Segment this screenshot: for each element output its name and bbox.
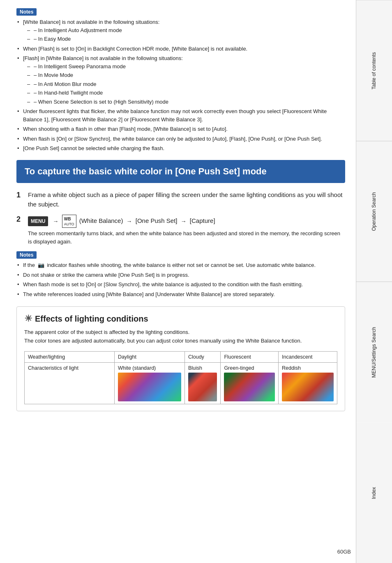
list-item: [One Push Set] cannot be selected while … — [16, 144, 345, 153]
blue-heading: To capture the basic white color in [One… — [16, 160, 345, 183]
sub-list-1: – In Intelligent Auto Adjustment mode – … — [27, 26, 345, 43]
sidebar-tab-label: Index — [371, 487, 378, 499]
notes-label-2: Notes — [16, 251, 37, 259]
camera-icon: 📷 — [38, 262, 44, 268]
step-text: Frame a white object such as a piece of … — [28, 190, 345, 209]
sub-list-2: – In Intelligent Sweep Panorama mode – I… — [27, 63, 345, 106]
table-header: Incandescent — [279, 351, 337, 362]
list-item: – In Hand-held Twilight mode — [27, 89, 345, 97]
arrow-icon: → — [181, 218, 187, 225]
wb-text: (White Balance) — [79, 217, 123, 224]
main-content: Notes [White Balance] is not available i… — [12, 0, 349, 419]
cloudy-image — [188, 373, 217, 401]
arrow-icon: → — [127, 218, 132, 225]
list-item: The white references loaded using [White… — [16, 290, 345, 299]
sidebar-tab-label: MENU/Settings Search — [371, 327, 378, 378]
list-item: – When Scene Selection is set to (High S… — [27, 98, 345, 106]
list-item: When flash is [On] or [Slow Synchro], th… — [16, 135, 345, 143]
step-sub-text: The screen momentarily turns black, and … — [28, 229, 345, 246]
sidebar-item-menu-settings-search[interactable]: MENU/Settings Search — [356, 282, 392, 423]
sun-icon: ☀ — [24, 313, 32, 324]
step-1: 1 Frame a white object such as a piece o… — [16, 190, 345, 209]
effects-section: ☀ Effects of lighting conditions The app… — [16, 306, 345, 411]
list-item: – In Intelligent Auto Adjustment mode — [27, 26, 345, 35]
list-item: [Flash] in [White Balance] is not availa… — [16, 54, 345, 106]
sidebar-tab-label: Table of contents — [371, 52, 378, 89]
sidebar-item-table-of-contents[interactable]: Table of contents — [356, 0, 392, 141]
list-item: – In Easy Mode — [27, 35, 345, 43]
notes1-list: [White Balance] is not available in the … — [16, 18, 345, 153]
wb-badge: WBAUTO — [62, 215, 76, 228]
table-header: Fluorescent — [221, 351, 279, 362]
arrow-icon: → — [53, 218, 59, 225]
table-cell: White (standard) — [114, 362, 184, 404]
step-2: 2 MENU → WBAUTO (White Balance) → [One P… — [16, 215, 345, 246]
daylight-image — [118, 373, 181, 401]
list-item: – In Intelligent Sweep Panorama mode — [27, 63, 345, 71]
table-header: Cloudy — [184, 351, 220, 362]
list-item: When [Flash] is set to [On] in Backlight… — [16, 45, 345, 53]
list-item: When shooting with a flash in other than… — [16, 125, 345, 133]
table-header: Weather/lighting — [25, 351, 115, 362]
table-cell: Green-tinged — [221, 362, 279, 404]
table-row: Characteristics of light White (standard… — [25, 362, 337, 404]
menu-badge: MENU — [28, 216, 48, 226]
step-text: MENU → WBAUTO (White Balance) → [One Pus… — [28, 215, 345, 246]
lighting-table: Weather/lighting Daylight Cloudy Fluores… — [24, 351, 337, 404]
sidebar-tabs: Table of contents Operation Search MENU/… — [356, 0, 392, 563]
list-item: When flash mode is set to [On] or [Slow … — [16, 280, 345, 289]
list-item: Do not shake or strike the camera while … — [16, 271, 345, 279]
list-item: If the 📷 indicator flashes while shootin… — [16, 261, 345, 269]
notes2-item0-prefix: If the — [23, 262, 35, 268]
list-item: – In Movie Mode — [27, 71, 345, 79]
notes-label-1: Notes — [16, 8, 37, 16]
list-item: [White Balance] is not available in the … — [16, 18, 345, 43]
effects-title-text: Effects of lighting conditions — [35, 314, 148, 324]
effects-desc: The apparent color of the subject is aff… — [24, 328, 337, 345]
list-item: Under fluorescent lights that flicker, t… — [16, 107, 345, 123]
fluorescent-image — [224, 373, 275, 401]
list-item: – In Anti Motion Blur mode — [27, 80, 345, 88]
capture-text: [Capture] — [190, 217, 215, 224]
table-header: Daylight — [114, 351, 184, 362]
sidebar-item-index[interactable]: Index — [356, 423, 392, 563]
table-cell: Bluish — [184, 362, 220, 404]
notes2-item0-suffix: indicator flashes while shooting, the wh… — [47, 262, 316, 268]
one-push-set-text: [One Push Set] — [136, 217, 178, 224]
step-number: 1 — [16, 191, 28, 199]
step-number: 2 — [16, 215, 28, 224]
page-number: 60GB — [337, 549, 351, 555]
sidebar-item-operation-search[interactable]: Operation Search — [356, 141, 392, 282]
effects-title: ☀ Effects of lighting conditions — [24, 313, 337, 324]
table-cell: Characteristics of light — [25, 362, 115, 404]
table-cell: Reddish — [279, 362, 337, 404]
notes2-list: If the 📷 indicator flashes while shootin… — [16, 261, 345, 298]
incandescent-image — [282, 373, 334, 401]
sidebar-tab-label: Operation Search — [371, 192, 378, 231]
